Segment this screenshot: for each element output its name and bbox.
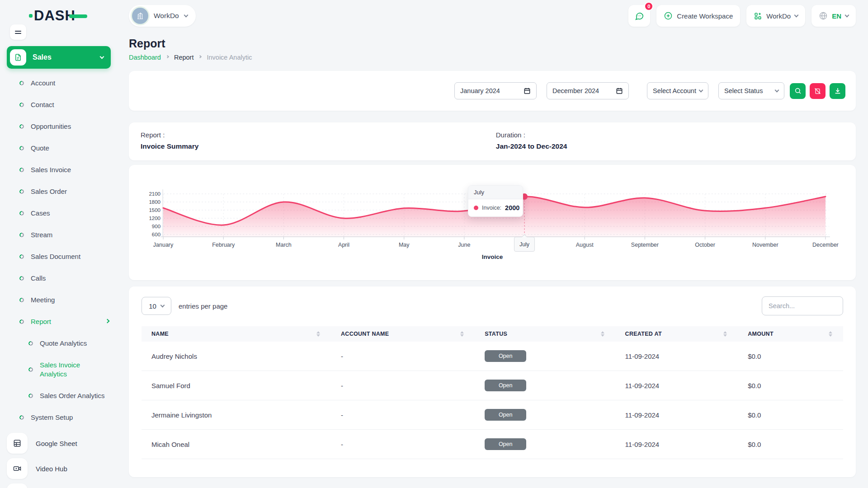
messages-count-badge: 0	[644, 2, 653, 11]
column-header-amount[interactable]: AMOUNT	[748, 331, 832, 337]
cell-account: -	[331, 430, 475, 459]
chevron-down-icon	[160, 303, 165, 307]
sidebar-toggle-button[interactable]	[10, 24, 26, 40]
sidebar-item-sales-document[interactable]: Sales Document	[0, 246, 120, 267]
sidebar-item-sales-order-analytics[interactable]: Sales Order Analytics	[0, 385, 120, 407]
sidebar-item-report[interactable]: Report	[0, 311, 120, 333]
create-workspace-label: Create Workspace	[677, 12, 733, 20]
end-date-input[interactable]: December 2024	[547, 82, 629, 99]
bullet-icon	[19, 146, 24, 150]
sidebar-item-opportunities[interactable]: Opportunities	[0, 116, 120, 137]
report-label: Report :	[141, 131, 496, 139]
sidebar-item-calls[interactable]: Calls	[0, 267, 120, 289]
cell-name: Micah Oneal	[142, 430, 331, 459]
chevron-down-icon	[845, 13, 849, 17]
sidebar-item-meeting[interactable]: Meeting	[0, 289, 120, 311]
sidebar-item-more[interactable]	[7, 483, 120, 488]
sidebar-item-video-hub[interactable]: Video Hub	[7, 458, 120, 479]
svg-text:1500: 1500	[149, 207, 160, 213]
workspace-switcher[interactable]: WorkDo	[129, 5, 196, 27]
cell-name: Samuel Ford	[142, 371, 331, 400]
workspace-name: WorkDo	[154, 12, 179, 20]
status-badge: Open	[485, 409, 526, 421]
sidebar-item-google-sheet[interactable]: Google Sheet	[7, 433, 120, 454]
filter-bar: January 2024 December 2024 Select Accoun…	[129, 71, 856, 111]
breadcrumb-dashboard[interactable]: Dashboard	[129, 54, 161, 61]
apps-dropdown-label: WorkDo	[766, 12, 791, 20]
chart-tooltip: July Invoice: 2000	[468, 185, 523, 217]
column-header-name[interactable]: NAME	[151, 331, 320, 337]
breadcrumb-report[interactable]: Report	[174, 54, 194, 61]
table-row: Samuel Ford - Open 11-09-2024 $0.0	[142, 371, 843, 400]
chevron-right-icon	[198, 55, 202, 58]
svg-text:December: December	[812, 242, 839, 248]
bullet-icon	[19, 233, 24, 237]
column-header-account-name[interactable]: ACCOUNT NAME	[341, 331, 464, 337]
sidebar-item-stream[interactable]: Stream	[0, 224, 120, 246]
clear-filter-button[interactable]	[810, 83, 826, 99]
entries-per-page-select[interactable]: 10	[142, 297, 171, 315]
column-header-created-at[interactable]: CREATED AT	[625, 331, 727, 337]
bullet-icon	[19, 189, 24, 194]
apps-dropdown[interactable]: WorkDo	[746, 5, 805, 27]
svg-text:1200: 1200	[149, 216, 160, 221]
status-badge: Open	[485, 380, 526, 391]
calendar-icon	[616, 87, 623, 94]
language-dropdown[interactable]: EN	[811, 5, 856, 27]
cell-name: Jermaine Livingston	[142, 400, 331, 430]
active-month-label: July	[514, 237, 535, 252]
sidebar-item-system-setup[interactable]: System Setup	[0, 407, 120, 428]
duration-label: Duration :	[496, 131, 567, 139]
bullet-icon	[28, 394, 33, 398]
sidebar-item-quote-analytics[interactable]: Quote Analytics	[0, 333, 120, 354]
sidebar-section-label: Sales	[33, 53, 100, 61]
sales-document-icon	[10, 49, 26, 66]
table-search-input[interactable]	[762, 296, 843, 315]
cell-name: Audrey Nichols	[142, 342, 331, 371]
building-icon	[136, 12, 144, 20]
cell-amount: $0.0	[738, 342, 843, 371]
tool-icon	[7, 483, 28, 488]
download-button[interactable]	[830, 83, 845, 99]
sidebar-item-quote[interactable]: Quote	[0, 137, 120, 159]
logo-accent-bar	[69, 14, 87, 18]
svg-text:August: August	[576, 242, 594, 248]
sidebar-item-cases[interactable]: Cases	[0, 202, 120, 224]
sidebar-item-sales-order[interactable]: Sales Order	[0, 181, 120, 202]
language-code: EN	[832, 12, 841, 20]
dash-logo[interactable]: DASH	[29, 8, 87, 24]
sort-icon	[456, 331, 464, 337]
duration-value: Jan-2024 to Dec-2024	[496, 142, 567, 150]
bullet-icon	[19, 276, 24, 281]
cell-account: -	[331, 400, 475, 430]
cell-created-at: 11-09-2024	[615, 342, 738, 371]
sidebar-item-contact[interactable]: Contact	[0, 94, 120, 116]
invoice-table: NAME ACCOUNT NAME STATUS CREATED AT AMOU…	[142, 326, 843, 459]
chevron-down-icon	[100, 54, 104, 59]
select-account-dropdown[interactable]: Select Account	[647, 82, 708, 99]
cell-amount: $0.0	[738, 430, 843, 459]
bullet-icon	[19, 168, 24, 172]
chart-legend: Invoice	[129, 253, 856, 260]
invoice-chart: 6009001200150018002100JanuaryFebruaryMar…	[129, 165, 856, 280]
column-header-status[interactable]: STATUS	[485, 331, 604, 337]
svg-text:October: October	[695, 242, 715, 248]
sidebar-item-sales-invoice[interactable]: Sales Invoice	[0, 159, 120, 181]
apply-filter-button[interactable]	[790, 83, 806, 99]
create-workspace-button[interactable]: Create Workspace	[656, 5, 740, 27]
report-summary: Report : Invoice Summary Duration : Jan-…	[129, 122, 856, 160]
start-date-input[interactable]: January 2024	[454, 82, 537, 99]
messages-button[interactable]: 0	[628, 5, 650, 27]
bullet-icon	[19, 81, 24, 85]
select-status-dropdown[interactable]: Select Status	[718, 82, 784, 99]
sort-icon	[596, 331, 604, 337]
spreadsheet-icon	[7, 433, 28, 454]
status-badge: Open	[485, 350, 526, 362]
clear-filter-icon	[814, 88, 821, 94]
sidebar-item-sales-invoice-analytics[interactable]: Sales Invoice Analytics	[0, 354, 120, 385]
chevron-right-icon	[166, 55, 169, 58]
chevron-down-icon	[775, 88, 779, 92]
sidebar-section-sales[interactable]: Sales	[7, 46, 111, 69]
table-row: Audrey Nichols - Open 11-09-2024 $0.0	[142, 342, 843, 371]
sidebar-item-account[interactable]: Account	[0, 72, 120, 94]
